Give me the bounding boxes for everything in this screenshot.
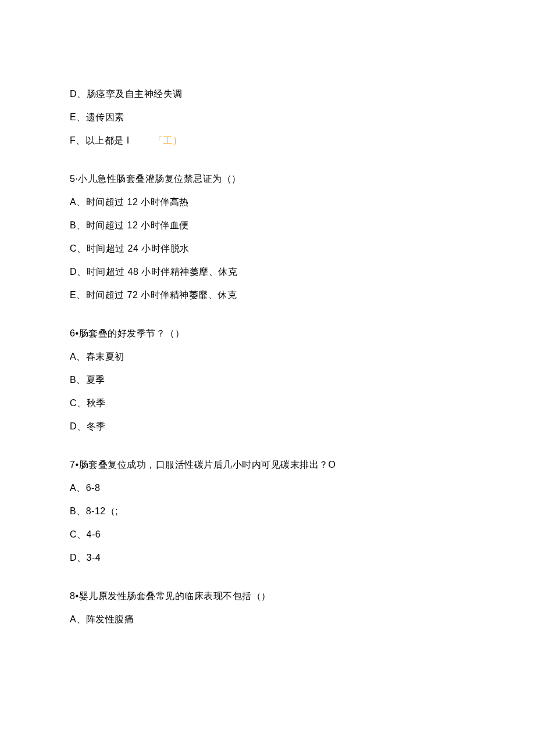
- q5-option-c: C、时间超过 24 小时伴脱水: [70, 242, 465, 256]
- q7-stem: 7•肠套叠复位成功，口服活性碳片后几小时内可见碳末排出？O: [70, 458, 465, 472]
- q5-option-b: B、时间超过 12 小时伴血便: [70, 218, 465, 232]
- spacer: [70, 311, 465, 327]
- q6-stem: 6•肠套叠的好发季节？（）: [70, 327, 465, 341]
- q4-option-d: D、肠痉挛及自主神经失调: [70, 87, 465, 101]
- q6-option-d: D、冬季: [70, 420, 465, 433]
- q5-option-d: D、时间超过 48 小时伴精神萎靡、休克: [70, 265, 465, 279]
- q7-option-c: C、4-6: [70, 528, 465, 542]
- spacer: [70, 443, 465, 458]
- q8-stem: 8•婴儿原发性肠套叠常见的临床表现不包括（）: [70, 589, 465, 603]
- q5-option-e: E、时间超过 72 小时伴精神萎靡、休克: [70, 288, 465, 302]
- q4-option-f-text: F、以上都是 I: [70, 135, 130, 145]
- q4-option-f: F、以上都是 I 「工）: [70, 134, 465, 148]
- q4-option-f-annotation: 「工）: [154, 135, 183, 145]
- document-page: D、肠痉挛及自主神经失调 E、遗传因素 F、以上都是 I 「工） 5·小儿急性肠…: [0, 0, 535, 671]
- q6-option-b: B、夏季: [70, 373, 465, 387]
- spacer: [70, 574, 465, 589]
- q6-option-c: C、秋季: [70, 396, 465, 410]
- q8-option-a: A、阵发性腹痛: [70, 612, 465, 626]
- q5-option-a: A、时间超过 12 小时伴高热: [70, 195, 465, 209]
- q7-option-b: B、8-12（;: [70, 504, 465, 518]
- q5-stem: 5·小儿急性肠套叠灌肠复位禁忌证为（）: [70, 172, 465, 186]
- q6-option-a: A、春末夏初: [70, 350, 465, 364]
- q7-option-a: A、6-8: [70, 481, 465, 495]
- q4-option-e: E、遗传因素: [70, 110, 465, 124]
- spacer: [70, 157, 465, 172]
- q7-option-d: D、3-4: [70, 551, 465, 565]
